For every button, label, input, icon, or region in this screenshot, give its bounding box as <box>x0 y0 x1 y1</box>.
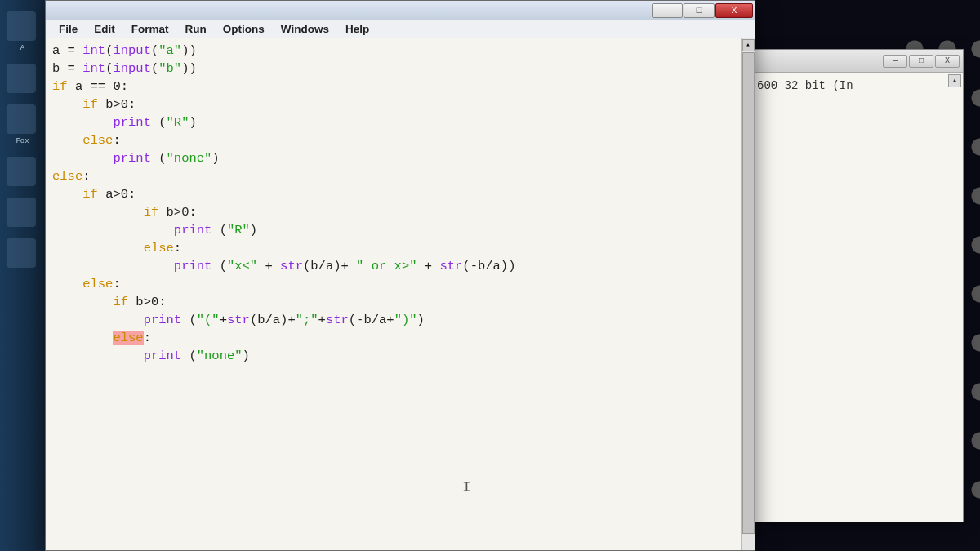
code-keyword: if <box>82 187 98 202</box>
menu-format[interactable]: Format <box>125 22 176 36</box>
code-text: ) <box>250 223 257 238</box>
minimize-button[interactable]: — <box>652 3 683 18</box>
taskbar-icon[interactable] <box>7 198 36 227</box>
code-text: : <box>113 133 120 148</box>
menu-help[interactable]: Help <box>339 22 376 36</box>
code-text: a = <box>52 43 82 58</box>
shell-titlebar[interactable]: — □ X <box>752 50 963 73</box>
code-text: ) <box>243 349 250 363</box>
code-text: : <box>113 277 120 291</box>
code-text: : <box>174 241 181 256</box>
code-keyword: if <box>144 205 159 220</box>
code-text: a == 0: <box>68 79 128 94</box>
code-text <box>52 205 144 220</box>
code-text <box>52 115 113 130</box>
menu-edit[interactable]: Edit <box>87 22 122 36</box>
taskbar-icon[interactable] <box>7 104 36 134</box>
shell-window[interactable]: — □ X 600 32 bit (In ▴ <box>751 49 964 522</box>
code-text: b = <box>52 61 82 76</box>
code-builtin: str <box>280 259 303 273</box>
code-string: ";" <box>296 313 318 327</box>
code-string: ")" <box>394 313 417 327</box>
menu-windows[interactable]: Windows <box>274 22 336 36</box>
code-text: : <box>82 169 90 184</box>
code-text <box>52 349 144 363</box>
code-text: b>0: <box>158 205 197 220</box>
code-builtin: str <box>326 313 349 327</box>
code-builtin: input <box>113 61 151 76</box>
scrollbar-thumb[interactable] <box>742 52 755 534</box>
code-builtin: input <box>113 43 151 58</box>
code-text: (-b/a+ <box>349 313 394 327</box>
vertical-scrollbar[interactable]: ▴ <box>741 38 755 550</box>
code-builtin: str <box>439 259 462 273</box>
code-string: "a" <box>158 43 181 58</box>
close-button[interactable]: X <box>715 3 753 18</box>
maximize-button[interactable]: □ <box>684 3 715 18</box>
code-text: + <box>417 259 440 273</box>
code-text <box>52 241 144 256</box>
menu-run[interactable]: Run <box>179 22 213 36</box>
menu-options[interactable]: Options <box>216 22 271 36</box>
minimize-button[interactable]: — <box>883 55 907 68</box>
code-string: "x<" <box>227 259 257 273</box>
code-builtin: str <box>227 313 250 327</box>
code-text: ( <box>212 223 227 238</box>
menu-file[interactable]: File <box>52 22 84 36</box>
code-builtin: print <box>144 349 182 363</box>
code-text: : <box>144 331 151 345</box>
shell-content[interactable]: 600 32 bit (In ▴ <box>752 73 963 522</box>
code-text: (b/a)+ <box>303 259 356 273</box>
code-string: "(" <box>197 313 220 327</box>
code-string: "none" <box>197 349 243 363</box>
code-text <box>52 259 174 273</box>
code-text: ) <box>189 115 196 130</box>
code-text: )) <box>181 61 197 76</box>
code-text: (-b/a)) <box>462 259 515 273</box>
code-text: a>0: <box>98 187 136 202</box>
scroll-up-button[interactable]: ▴ <box>948 74 961 87</box>
code-keyword: if <box>113 295 128 309</box>
code-text <box>52 331 113 345</box>
close-button[interactable]: X <box>935 55 960 68</box>
code-text <box>52 277 82 291</box>
code-builtin: print <box>113 115 151 130</box>
scroll-up-icon[interactable]: ▴ <box>742 39 755 51</box>
code-editor[interactable]: a = int(input("a")) b = int(input("b")) … <box>46 38 755 550</box>
code-text: (b/a)+ <box>250 313 296 327</box>
code-text: b>0: <box>128 295 167 309</box>
taskbar-icon[interactable] <box>7 64 36 93</box>
code-text: ( <box>151 151 167 166</box>
taskbar-icon[interactable] <box>7 157 36 186</box>
code-string: " or x>" <box>356 259 416 273</box>
code-text <box>52 133 82 148</box>
taskbar-label: Fox <box>0 137 45 145</box>
taskbar-label: A <box>0 44 45 52</box>
taskbar-icon[interactable] <box>7 11 36 41</box>
code-string: "none" <box>167 151 212 166</box>
code-builtin: print <box>144 313 182 327</box>
code-keyword: else <box>144 241 174 256</box>
editor-window[interactable]: — □ X File Edit Format Run Options Windo… <box>45 0 755 551</box>
code-content[interactable]: a = int(input("a")) b = int(input("b")) … <box>46 38 755 368</box>
code-text: b>0: <box>98 97 136 112</box>
shell-text: 600 32 bit (In <box>757 79 853 92</box>
code-builtin: print <box>113 151 151 166</box>
code-text <box>52 223 174 238</box>
code-keyword: else <box>82 133 113 148</box>
code-builtin: print <box>174 223 212 238</box>
code-text <box>52 295 113 309</box>
maximize-button[interactable]: □ <box>909 55 933 68</box>
text-cursor-icon: I <box>462 479 463 495</box>
taskbar: A Fox <box>0 0 45 551</box>
code-text: ) <box>212 151 219 166</box>
code-builtin: print <box>174 259 212 273</box>
editor-titlebar[interactable]: — □ X <box>46 1 755 20</box>
code-keyword: if <box>82 97 98 112</box>
code-text: + <box>318 313 326 327</box>
taskbar-icon[interactable] <box>7 238 36 268</box>
code-text: ) <box>417 313 425 327</box>
code-text: ( <box>181 349 197 363</box>
code-keyword: else <box>52 169 82 184</box>
code-string: "b" <box>158 61 181 76</box>
